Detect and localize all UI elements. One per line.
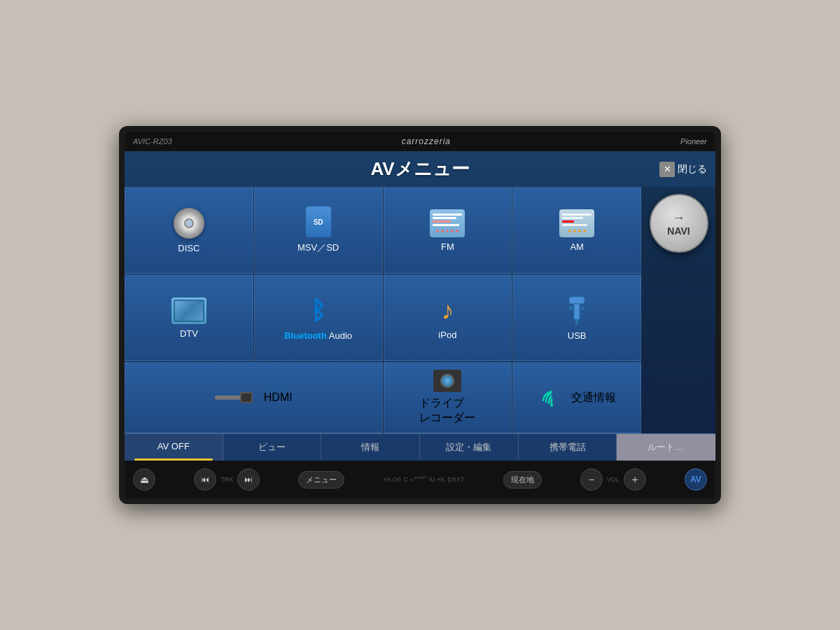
bluetooth-label: Bluetooth Audio — [284, 330, 352, 341]
sd-icon — [306, 206, 331, 237]
fm-label: FM — [441, 241, 454, 252]
menu-item-ipod[interactable]: ♪ iPod — [384, 274, 512, 361]
svg-rect-1 — [574, 304, 580, 319]
hw-right-group: － VOL ＋ — [580, 468, 646, 491]
svg-rect-3 — [569, 307, 573, 310]
vol-plus-button[interactable]: ＋ — [624, 468, 646, 491]
ipod-label: iPod — [438, 330, 456, 340]
menu-item-am[interactable]: AM — [512, 187, 641, 274]
navi-arrow-icon: → — [673, 211, 685, 225]
svg-rect-7 — [241, 393, 251, 402]
hw-center-group: メニュー — [298, 471, 344, 489]
screen-title: AVメニュー — [370, 157, 469, 181]
hw-transport-group: ⏮ TRK ⏭ — [194, 468, 260, 491]
hw-info-strip: YA OII C ᵾ⁴ᵉ⁴ᵒ⁰⁷ IU +K DXYT — [383, 476, 464, 484]
traffic-icon — [538, 387, 566, 408]
brand-carrozzeria: carrozzeria — [402, 136, 451, 146]
hdmi-icon — [215, 389, 257, 406]
navi-side: → NAVI — [642, 187, 715, 433]
usb-label: USB — [568, 330, 587, 341]
brand-pioneer: Pioneer — [680, 137, 707, 146]
usb-icon — [566, 295, 587, 326]
tab-info[interactable]: 情報 — [321, 434, 420, 461]
am-icon — [559, 209, 594, 237]
svg-rect-0 — [569, 297, 584, 304]
ipod-icon: ♪ — [441, 296, 454, 326]
menu-item-dtv[interactable]: DTV — [125, 274, 253, 361]
menu-item-traffic[interactable]: 交通情報 — [512, 362, 641, 433]
tab-av-off[interactable]: AV OFF — [125, 434, 223, 461]
hdmi-label: HDMI — [264, 391, 293, 404]
bottom-tab-bar: AV OFF ビュー 情報 設定・編集 携帯電話 ルート… — [125, 433, 715, 461]
eject-button[interactable]: ⏏ — [133, 468, 155, 491]
hardware-bar: ⏏ ⏮ TRK ⏭ メニュー YA OII C ᵾ⁴ᵉ⁴ᵒ⁰⁷ IU +K DX… — [125, 461, 715, 498]
tab-settings[interactable]: 設定・編集 — [420, 434, 519, 461]
menu-item-usb[interactable]: USB — [512, 274, 641, 361]
am-label: AM — [570, 241, 584, 252]
screen: AVメニュー ✕ 閉じる DISC MSV／SD — [125, 151, 715, 461]
tab-phone[interactable]: 携帯電話 — [519, 434, 617, 461]
dtv-label: DTV — [180, 328, 198, 339]
menu-item-drive-recorder[interactable]: ドライブレコーダー — [384, 362, 512, 433]
prev-button[interactable]: ⏮ — [194, 468, 216, 491]
msv-sd-label: MSV／SD — [298, 241, 339, 254]
screen-header: AVメニュー ✕ 閉じる — [125, 151, 715, 187]
tab-route[interactable]: ルート… — [617, 434, 715, 461]
av-button[interactable]: AV — [685, 468, 707, 491]
menu-grid-wrapper: DISC MSV／SD — [125, 187, 715, 433]
svg-rect-4 — [581, 307, 584, 310]
trk-label: TRK — [220, 476, 233, 483]
vol-minus-button[interactable]: － — [580, 468, 603, 491]
tab-view[interactable]: ビュー — [223, 434, 322, 461]
device-top-bar: AVIC-RZ03 carrozzeria Pioneer — [125, 132, 715, 151]
home-button[interactable]: 現在地 — [503, 471, 542, 489]
hw-left-group: ⏏ — [133, 468, 155, 491]
menu-item-bluetooth[interactable]: ᛒ Bluetooth Audio — [254, 274, 383, 361]
camera-icon — [433, 370, 461, 392]
menu-item-disc[interactable]: DISC — [125, 187, 253, 274]
svg-rect-2 — [575, 319, 578, 325]
svg-rect-5 — [215, 396, 243, 400]
navi-label: NAVI — [667, 225, 690, 237]
device-model: AVIC-RZ03 — [133, 137, 172, 146]
dtv-icon — [172, 298, 206, 324]
fm-icon — [430, 209, 465, 237]
close-label: 閉じる — [678, 163, 707, 176]
menu-item-fm[interactable]: FM — [384, 187, 512, 274]
menu-button[interactable]: メニュー — [298, 471, 344, 489]
device-frame: AVIC-RZ03 carrozzeria Pioneer AVメニュー ✕ 閉… — [119, 126, 721, 504]
bluetooth-icon: ᛒ — [304, 295, 332, 326]
vol-label: VOL — [607, 476, 620, 483]
navi-button[interactable]: → NAVI — [650, 194, 708, 253]
traffic-label: 交通情報 — [571, 391, 616, 405]
drive-recorder-label: ドライブレコーダー — [419, 396, 475, 426]
svg-point-8 — [550, 404, 553, 407]
next-button[interactable]: ⏭ — [237, 468, 260, 491]
menu-item-msv-sd[interactable]: MSV／SD — [254, 187, 383, 274]
disc-icon — [174, 208, 204, 239]
close-x-icon[interactable]: ✕ — [659, 162, 675, 177]
menu-grid: DISC MSV／SD — [125, 187, 641, 433]
close-button[interactable]: ✕ 閉じる — [659, 162, 707, 177]
disc-label: DISC — [178, 243, 200, 253]
menu-item-hdmi[interactable]: HDMI — [125, 362, 383, 433]
